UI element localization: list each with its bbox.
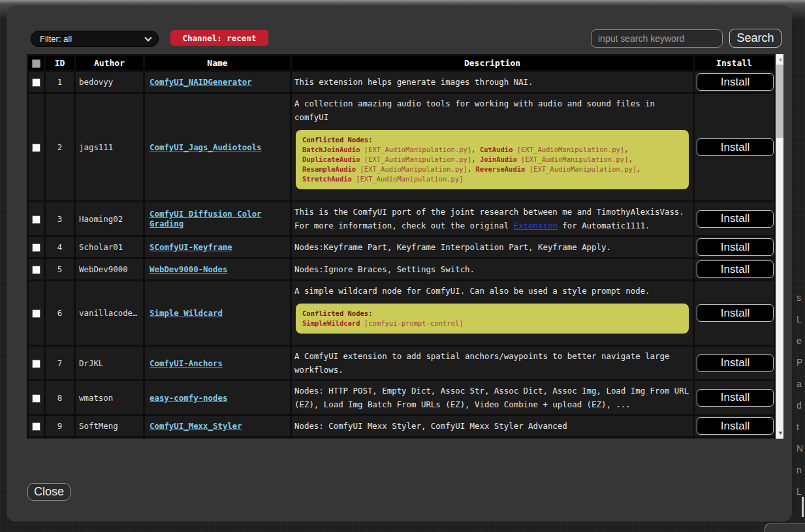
- row-author: Haoming02: [75, 202, 144, 236]
- conflicted-nodes-list: BatchJoinAudio [EXT_AudioManipulation.py…: [302, 145, 682, 184]
- extension-name-link[interactable]: Simple Wildcard: [150, 308, 223, 318]
- install-button[interactable]: Install: [697, 138, 774, 156]
- install-button[interactable]: Install: [697, 417, 774, 435]
- filter-select-wrap: Filter: all: [31, 31, 159, 47]
- conflict-node-source: [comfyui-prompt-control]: [364, 319, 464, 327]
- table-row: 10zcfrank1stComfyUI Yolov8Nodes: Yolov8D…: [28, 437, 775, 439]
- row-description: Nodes: ComfyUI Mexx Styler, ComfyUI Mexx…: [294, 419, 693, 433]
- row-checkbox[interactable]: [32, 309, 40, 318]
- row-author: WebDev9000: [75, 258, 144, 281]
- install-button[interactable]: Install: [697, 389, 774, 407]
- col-header-install: Install: [694, 55, 775, 71]
- conflicted-nodes-title: Conflicted Nodes:: [302, 135, 682, 145]
- row-description-cell: A ComfyUI extension to add spatial ancho…: [291, 346, 694, 381]
- extension-name-link[interactable]: WebDev9000-Nodes: [150, 264, 227, 274]
- install-button[interactable]: Install: [697, 73, 774, 91]
- extensions-table: ID Author Name Description Install 1bedo…: [27, 54, 776, 439]
- scrollbar-thumb[interactable]: [776, 65, 783, 138]
- row-checkbox[interactable]: [32, 422, 40, 431]
- conflict-node-name: SimpleWildcard: [302, 319, 360, 327]
- extension-name-link[interactable]: easy-comfy-nodes: [150, 393, 227, 403]
- table-scrollbar[interactable]: ▲ ▼: [776, 54, 783, 439]
- row-description-cell: Nodes:Ignore Braces, Settings Switch.: [291, 258, 694, 281]
- install-button[interactable]: Install: [697, 304, 774, 322]
- conflict-node-name: ReverseAudio: [476, 165, 526, 173]
- row-checkbox[interactable]: [32, 78, 40, 87]
- row-author: vanillacode…: [75, 281, 144, 346]
- background-glyph-fragment: n: [797, 465, 802, 475]
- conflict-node-source: [EXT_AudioManipulation.py]: [517, 146, 624, 153]
- row-description-cell: Nodes: HTTP POST, Empty Dict, Assoc Str,…: [291, 381, 694, 415]
- row-checkbox[interactable]: [32, 360, 40, 368]
- row-checkbox-cell: [28, 346, 45, 381]
- row-checkbox-cell: [28, 93, 45, 202]
- install-button[interactable]: Install: [697, 210, 774, 228]
- row-checkbox[interactable]: [32, 266, 40, 274]
- col-header-name: Name: [144, 55, 291, 71]
- extension-name-link[interactable]: ComfyUI Diffusion Color Grading: [150, 209, 262, 228]
- row-checkbox-cell: [28, 258, 45, 281]
- row-checkbox[interactable]: [32, 394, 40, 403]
- search-input[interactable]: [591, 29, 723, 48]
- close-button[interactable]: Close: [27, 483, 71, 501]
- channel-button[interactable]: Channel: recent: [170, 30, 268, 46]
- row-description: Nodes:Keyframe Part, Keyframe Interpolat…: [294, 240, 693, 254]
- row-description: A collection amazing audio tools for wor…: [294, 97, 693, 124]
- row-description-cell: This is the ComfyUI port of the joint re…: [291, 202, 694, 236]
- custom-nodes-install-dialog: Filter: all Channel: recent Search ID Au…: [7, 5, 792, 522]
- row-author: wmatson: [75, 381, 144, 415]
- row-description: This is the ComfyUI port of the joint re…: [294, 205, 693, 232]
- extension-name-link[interactable]: ComfyUI_Jags_Audiotools: [150, 142, 262, 152]
- conflict-node-source: [EXT_AudioManipulation.py]: [521, 155, 628, 163]
- search-button[interactable]: Search: [729, 29, 781, 48]
- row-id: 6: [45, 281, 75, 346]
- background-glyph-fragment: s: [797, 292, 801, 303]
- extension-name-link[interactable]: ComfyUI-Anchors: [150, 358, 223, 368]
- select-all-checkbox[interactable]: [32, 59, 40, 68]
- row-author: Scholar01: [75, 236, 144, 258]
- scrollbar-up-arrow-icon[interactable]: ▲: [776, 55, 783, 63]
- row-install-cell: Install: [694, 236, 775, 258]
- conflicted-nodes-title: Conflicted Nodes:: [302, 309, 682, 319]
- background-glyph-fragment: e: [797, 336, 802, 346]
- background-scrollbar-fragment: [802, 497, 804, 517]
- table-row: 5WebDev9000WebDev9000-NodesNodes:Ignore …: [28, 258, 775, 281]
- row-id: 5: [45, 258, 75, 281]
- row-checkbox[interactable]: [32, 215, 40, 224]
- extension-name-link[interactable]: SComfyUI-Keyframe: [150, 242, 232, 252]
- background-glyph-fragment: t: [797, 422, 799, 432]
- row-name-cell: ComfyUI_NAIDGenerator: [144, 71, 291, 93]
- conflicted-nodes-list: SimpleWildcard [comfyui-prompt-control]: [302, 319, 682, 328]
- install-button[interactable]: Install: [697, 260, 774, 278]
- install-button[interactable]: Install: [697, 238, 774, 256]
- row-install-cell: Install: [694, 415, 775, 437]
- background-glyph-fragment: d: [797, 400, 802, 411]
- col-header-id: ID: [45, 55, 75, 71]
- row-author: jags111: [75, 93, 144, 202]
- conflict-node-source: [EXT_AudioManipulation.py]: [360, 165, 467, 173]
- row-install-cell: Install: [694, 93, 775, 202]
- conflicted-nodes-box: Conflicted Nodes:SimpleWildcard [comfyui…: [296, 304, 689, 334]
- install-button[interactable]: Install: [697, 354, 774, 372]
- table-header-row: ID Author Name Description Install: [28, 55, 775, 71]
- table-row: 1bedovyyComfyUI_NAIDGeneratorThis extens…: [28, 71, 775, 93]
- extension-name-link[interactable]: ComfyUI_NAIDGenerator: [150, 77, 252, 87]
- conflicted-nodes-box: Conflicted Nodes:BatchJoinAudio [EXT_Aud…: [296, 130, 689, 189]
- table-row: 2jags111ComfyUI_Jags_AudiotoolsA collect…: [28, 93, 775, 202]
- extension-name-link[interactable]: ComfyUI_Mexx_Styler: [150, 421, 242, 431]
- conflict-node-name: StretchAudio: [302, 175, 352, 183]
- row-id: 7: [45, 346, 75, 381]
- row-checkbox[interactable]: [32, 144, 40, 152]
- row-checkbox[interactable]: [32, 243, 40, 252]
- row-id: 10: [45, 437, 75, 439]
- row-install-cell: Install: [694, 71, 775, 93]
- row-install-cell: Install: [694, 202, 775, 236]
- background-clipped-ui-fragments: sLePadtNnL: [797, 292, 805, 508]
- scrollbar-down-arrow-icon[interactable]: ▼: [776, 430, 783, 437]
- row-install-cell: Install: [694, 437, 775, 439]
- row-name-cell: ComfyUI-Anchors: [144, 346, 291, 381]
- description-link[interactable]: Extension: [514, 221, 558, 230]
- row-id: 2: [45, 93, 75, 202]
- row-name-cell: easy-comfy-nodes: [144, 381, 291, 415]
- filter-select[interactable]: Filter: all: [31, 31, 159, 47]
